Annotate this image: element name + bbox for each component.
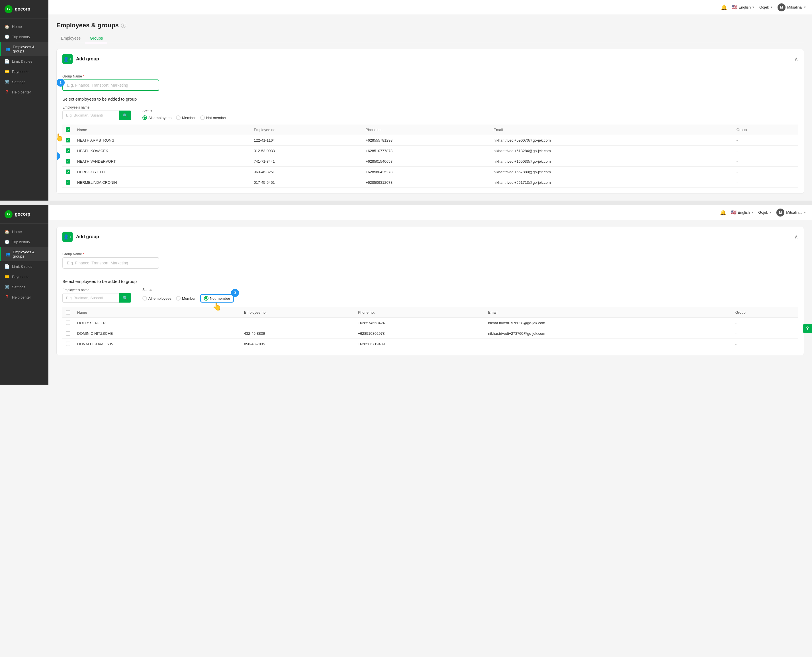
radio-all-employees-1[interactable]: All employees xyxy=(142,115,171,120)
user-menu-1[interactable]: M Mitsalina ▼ xyxy=(778,3,806,11)
search-button-1[interactable]: 🔍 xyxy=(119,111,131,120)
select-all-checkbox-1[interactable]: ✓ xyxy=(66,128,70,132)
sidebar-item-payments-1[interactable]: 💳 Payments xyxy=(0,66,48,77)
search-group-2: Employee's name 🔍 xyxy=(62,288,131,302)
employee-search-input-2[interactable] xyxy=(62,293,119,302)
sidebar-item-limit-2[interactable]: 📄 Limit & rules xyxy=(0,261,48,271)
row-name: HEATH ARMSTRONG xyxy=(74,135,250,146)
sidebar-item-trip-2[interactable]: 🕐 Trip history xyxy=(0,237,48,247)
page-title-row-1: Employees & groups i xyxy=(56,22,804,29)
card-header-2[interactable]: 👤+ Add group ∧ xyxy=(57,227,804,246)
row-group: - xyxy=(733,177,798,188)
row-empno: 063-46-3251 xyxy=(250,167,362,177)
step2-badge: 2 xyxy=(56,152,60,160)
row-group: - xyxy=(733,167,798,177)
table-body-2: DOLLY SENGER +628574660424 nikhar.trived… xyxy=(62,318,798,349)
collapse-icon-2[interactable]: ∧ xyxy=(794,234,798,240)
row-phone: +628555781293 xyxy=(362,135,490,146)
sidebar-item-home-1[interactable]: 🏠 Home xyxy=(0,21,48,32)
sidebar-logo-2: G gocorp xyxy=(0,205,48,224)
row-checkbox-box[interactable]: ✓ xyxy=(66,159,70,163)
row-checkbox-box[interactable]: ✓ xyxy=(66,170,70,174)
language-selector-1[interactable]: 🇺🇸 English ▼ xyxy=(732,5,755,10)
row-checkbox[interactable]: ✓ xyxy=(62,146,74,156)
row-checkbox-box[interactable]: ✓ xyxy=(66,138,70,142)
th-phone-2: Phone no. xyxy=(354,307,484,318)
collapse-icon-1[interactable]: ∧ xyxy=(794,56,798,62)
row-email: nikhar.trivedi+165033@go-jek.com xyxy=(490,156,733,167)
group-name-input-2[interactable] xyxy=(62,257,159,269)
row-checkbox[interactable]: ✓ xyxy=(62,177,74,188)
th-empno-1: Employee no. xyxy=(250,125,362,135)
bell-icon-2[interactable]: 🔔 xyxy=(720,209,726,216)
limit-icon-1: 📄 xyxy=(5,59,9,64)
sidebar-item-trip-1[interactable]: 🕐 Trip history xyxy=(0,32,48,42)
sidebar-item-payments-2[interactable]: 💳 Payments xyxy=(0,271,48,282)
row-group: - xyxy=(732,339,798,349)
row-name: HEATH KOVACEK xyxy=(74,146,250,156)
sidebar-item-employees-1[interactable]: 👥 Employees & groups xyxy=(0,42,48,56)
row-name: HERMELINDA CRONIN xyxy=(74,177,250,188)
row-checkbox-box[interactable] xyxy=(66,331,70,336)
help-button[interactable]: ? xyxy=(803,324,812,333)
radio-member-1[interactable]: Member xyxy=(176,115,196,120)
sidebar-item-help-2[interactable]: ❓ Help center xyxy=(0,292,48,302)
group-name-input-1[interactable] xyxy=(62,79,159,91)
hand-cursor-2: 👆 xyxy=(213,302,222,311)
brand-label-1: Gojek xyxy=(759,5,769,9)
row-email: nikhar.trivedi+576828@go-jek.com xyxy=(485,318,732,328)
table-wrapper-1: 2 👆 ✓ Name Employee no. xyxy=(62,125,798,188)
page-title-1: Employees & groups xyxy=(56,22,119,29)
row-checkbox-box[interactable] xyxy=(66,342,70,346)
row-checkbox-box[interactable] xyxy=(66,321,70,325)
radio-member-2[interactable]: Member xyxy=(176,296,196,300)
search-button-2[interactable]: 🔍 xyxy=(119,293,131,302)
add-group-card-2: 👤+ Add group ∧ Group Name * Select emplo… xyxy=(56,227,804,355)
card-header-1[interactable]: 👤+ Add group ∧ xyxy=(57,49,804,69)
row-phone: +628580425273 xyxy=(362,167,490,177)
radio-not-member-2[interactable]: Not member xyxy=(200,294,234,302)
row-checkbox[interactable] xyxy=(62,339,74,349)
row-email: nikhar.trivedi+090070@go-jek.com xyxy=(490,135,733,146)
tab-groups-1[interactable]: Groups xyxy=(85,34,107,43)
brand-selector-2[interactable]: Gojek ▼ xyxy=(758,210,772,215)
step3-wrapper: Not member 3 👆 xyxy=(200,294,234,302)
table-row: ✓ HERMELINDA CRONIN 017-45-5451 +6285093… xyxy=(62,177,798,188)
logo-icon-1: G xyxy=(5,5,12,13)
user-caret-2: ▼ xyxy=(803,211,806,214)
sidebar-item-settings-2[interactable]: ⚙️ Settings xyxy=(0,282,48,292)
info-icon-1[interactable]: i xyxy=(121,23,126,28)
user-menu-2[interactable]: M Mitsalin... ▼ xyxy=(776,209,806,216)
row-checkbox[interactable]: ✓ xyxy=(62,156,74,167)
brand-selector-1[interactable]: Gojek ▼ xyxy=(759,5,773,9)
th-group-2: Group xyxy=(732,307,798,318)
add-group-icon-1: 👤+ xyxy=(62,54,73,64)
row-checkbox[interactable] xyxy=(62,328,74,339)
user-caret-1: ▼ xyxy=(803,6,806,9)
hand-cursor-1: 👆 xyxy=(56,133,64,142)
select-all-checkbox-2[interactable] xyxy=(66,310,70,314)
row-phone: +628586719409 xyxy=(354,339,484,349)
sidebar-item-home-2[interactable]: 🏠 Home xyxy=(0,226,48,237)
screen-1: G gocorp 🏠 Home 🕐 Trip history 👥 Employe… xyxy=(0,0,812,201)
row-checkbox-box[interactable]: ✓ xyxy=(66,148,70,153)
radio-not-member-1[interactable]: Not member xyxy=(200,115,227,120)
row-checkbox[interactable]: ✓ xyxy=(62,135,74,146)
sidebar-item-employees-2[interactable]: 👥 Employees & groups xyxy=(0,247,48,261)
sidebar-item-label: Help center xyxy=(12,90,31,94)
sidebar-item-label: Settings xyxy=(12,80,25,84)
sidebar-item-help-1[interactable]: ❓ Help center xyxy=(0,87,48,97)
sidebar-item-limit-1[interactable]: 📄 Limit & rules xyxy=(0,56,48,66)
row-group: - xyxy=(732,328,798,339)
group-name-label-1: Group Name * xyxy=(62,74,159,78)
tab-employees-1[interactable]: Employees xyxy=(56,34,85,43)
row-checkbox[interactable] xyxy=(62,318,74,328)
radio-all-employees-2[interactable]: All employees xyxy=(142,296,171,300)
employee-search-input-1[interactable] xyxy=(62,111,119,120)
sidebar-item-settings-1[interactable]: ⚙️ Settings xyxy=(0,77,48,87)
language-selector-2[interactable]: 🇺🇸 English ▼ xyxy=(731,210,754,215)
row-checkbox-box[interactable]: ✓ xyxy=(66,180,70,185)
employee-search-row-1: Employee's name 🔍 Status xyxy=(62,106,798,120)
row-checkbox[interactable]: ✓ xyxy=(62,167,74,177)
bell-icon-1[interactable]: 🔔 xyxy=(721,4,727,11)
